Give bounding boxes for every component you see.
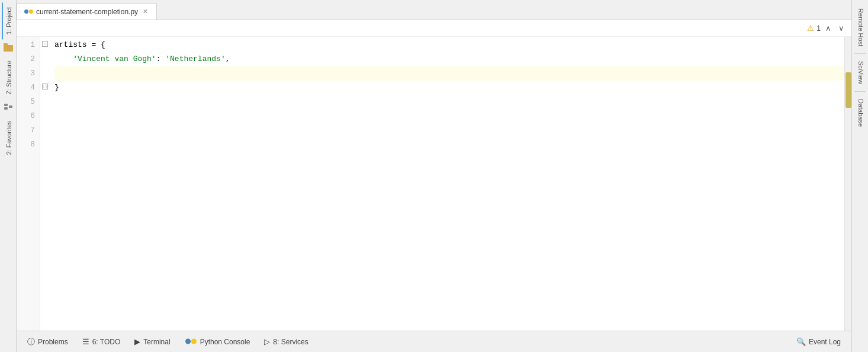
remote-host-label: Remote Host	[857, 8, 864, 46]
right-tab-sciview[interactable]: SciView	[854, 55, 867, 90]
editor-area: ⚠ 1 ∧ ∨ 1 2 3 4 5 6 7 8 −	[17, 20, 851, 331]
code-editor[interactable]: 1 2 3 4 5 6 7 8 − □	[17, 37, 851, 331]
editor-scrollbar[interactable]	[844, 37, 851, 331]
warning-count: 1	[816, 24, 821, 33]
python-file-icon	[24, 8, 33, 16]
todo-icon: ☰	[82, 337, 89, 346]
warning-icon: ⚠	[807, 24, 814, 33]
left-sidebar: 1: Project Z: Structure 2: Favorites	[0, 0, 17, 352]
gutter-line-3	[40, 65, 50, 79]
fold-open-marker[interactable]: −	[42, 41, 48, 47]
gutter-line-4[interactable]: □	[40, 79, 50, 94]
problems-icon: ⓘ	[27, 337, 35, 347]
line-num-6: 6	[17, 109, 35, 123]
code-line-3	[54, 66, 844, 81]
line-num-1: 1	[17, 38, 35, 52]
gutter-line-7	[40, 122, 50, 136]
tab-close-button[interactable]: ✕	[142, 8, 149, 15]
line-num-4: 4	[17, 81, 35, 95]
database-label: Database	[857, 99, 864, 127]
nav-down-arrow[interactable]: ∨	[836, 23, 847, 34]
tab-filename: current-statement-completion.py	[36, 8, 138, 16]
line-num-7: 7	[17, 123, 35, 137]
terminal-label: Terminal	[143, 338, 170, 346]
bottom-toolbar: ⓘ Problems ☰ 6: TODO ▶ Terminal Python C…	[17, 331, 851, 352]
bottom-tab-todo[interactable]: ☰ 6: TODO	[76, 335, 127, 348]
tab-bar: current-statement-completion.py ✕	[17, 0, 851, 20]
line-num-3: 3	[17, 66, 35, 81]
code-line-1: artists = {	[54, 38, 844, 52]
bottom-tab-python-console[interactable]: Python Console	[179, 335, 256, 348]
gutter-line-2	[40, 51, 50, 65]
scrollbar-thumb[interactable]	[846, 72, 851, 108]
line-num-5: 5	[17, 95, 35, 109]
svg-rect-3	[4, 107, 8, 110]
code-line-7	[54, 123, 844, 137]
event-log-icon: 🔍	[796, 337, 806, 346]
svg-rect-1	[4, 43, 8, 46]
sidebar-divider-1	[854, 53, 866, 54]
folder-icon[interactable]	[2, 41, 14, 53]
gutter-line-8	[40, 136, 50, 151]
right-tab-database[interactable]: Database	[854, 93, 867, 133]
bottom-tab-event-log[interactable]: 🔍 Event Log	[790, 335, 847, 348]
code-line-5	[54, 95, 844, 109]
sidebar-tab-structure[interactable]: Z: Structure	[2, 56, 15, 99]
right-tab-remote-host[interactable]: Remote Host	[854, 2, 867, 52]
line-num-8: 8	[17, 137, 35, 152]
problems-label: Problems	[38, 338, 68, 346]
editor-tab-main[interactable]: current-statement-completion.py ✕	[17, 3, 157, 20]
python-console-label: Python Console	[200, 338, 250, 346]
code-line-6	[54, 109, 844, 123]
services-label: 8: Services	[273, 338, 308, 346]
python-console-icon	[185, 337, 197, 346]
code-gutter: − □	[40, 37, 50, 331]
sciview-label: SciView	[857, 61, 864, 84]
bottom-tab-problems[interactable]: ⓘ Problems	[21, 334, 74, 350]
structure-icon[interactable]	[2, 102, 14, 114]
main-content: current-statement-completion.py ✕ ⚠ 1 ∧ …	[17, 0, 851, 352]
services-icon: ▷	[264, 337, 270, 346]
sidebar-tab-favorites[interactable]: 2: Favorites	[2, 116, 15, 159]
bottom-tab-services[interactable]: ▷ 8: Services	[258, 335, 314, 348]
terminal-icon: ▶	[134, 337, 140, 346]
sidebar-tab-project[interactable]: 1: Project	[2, 2, 15, 39]
fold-close-marker[interactable]: □	[42, 84, 48, 89]
code-line-2: 'Vincent van Gogh': 'Netherlands',	[54, 52, 844, 66]
svg-rect-2	[4, 104, 8, 106]
gutter-line-6	[40, 108, 50, 122]
code-content[interactable]: artists = { 'Vincent van Gogh': 'Netherl…	[50, 37, 844, 331]
code-line-4: }	[54, 81, 844, 95]
sidebar-divider-2	[854, 91, 866, 92]
line-numbers: 1 2 3 4 5 6 7 8	[17, 37, 40, 331]
line-num-2: 2	[17, 52, 35, 66]
svg-rect-4	[9, 105, 12, 108]
gutter-line-1[interactable]: −	[40, 37, 50, 51]
right-sidebar: Remote Host SciView Database	[851, 0, 868, 352]
gutter-line-5	[40, 94, 50, 108]
bottom-tab-terminal[interactable]: ▶ Terminal	[128, 335, 176, 348]
code-line-8	[54, 137, 844, 152]
editor-toolbar: ⚠ 1 ∧ ∨	[17, 20, 851, 37]
nav-up-arrow[interactable]: ∧	[823, 23, 834, 34]
event-log-label: Event Log	[809, 338, 841, 346]
todo-label: 6: TODO	[92, 338, 121, 346]
